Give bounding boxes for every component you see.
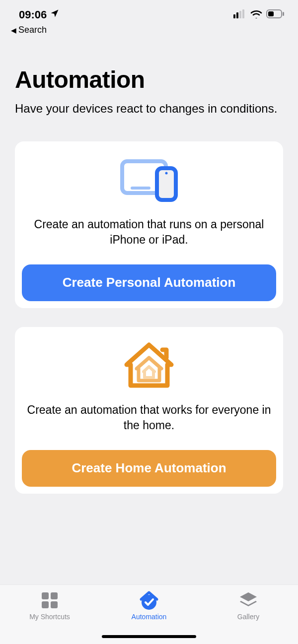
svg-rect-12 bbox=[51, 592, 58, 599]
personal-card-description: Create an automation that runs on a pers… bbox=[22, 217, 276, 248]
home-icon bbox=[122, 341, 176, 390]
status-left: 09:06 bbox=[19, 8, 60, 21]
status-bar: 09:06 bbox=[0, 0, 298, 24]
page-content: Automation Have your devices react to ch… bbox=[0, 35, 298, 494]
back-to-search-link[interactable]: ◀ Search bbox=[0, 24, 298, 35]
svg-rect-11 bbox=[42, 592, 49, 599]
svg-rect-14 bbox=[51, 601, 58, 608]
status-time: 09:06 bbox=[19, 8, 47, 21]
tab-my-shortcuts-label: My Shortcuts bbox=[29, 613, 70, 621]
svg-rect-5 bbox=[268, 11, 274, 16]
back-triangle-icon: ◀ bbox=[11, 26, 16, 34]
svg-rect-0 bbox=[233, 14, 235, 18]
tab-my-shortcuts[interactable]: My Shortcuts bbox=[0, 590, 99, 644]
page-subtitle: Have your devices react to changes in co… bbox=[15, 100, 283, 118]
create-personal-automation-button[interactable]: Create Personal Automation bbox=[22, 264, 276, 301]
wifi-icon bbox=[250, 8, 262, 21]
create-home-automation-button[interactable]: Create Home Automation bbox=[22, 450, 276, 487]
battery-icon bbox=[266, 8, 284, 21]
tab-gallery[interactable]: Gallery bbox=[199, 590, 298, 644]
back-label: Search bbox=[18, 25, 47, 35]
svg-rect-13 bbox=[42, 601, 49, 608]
personal-automation-card: Create an automation that runs on a pers… bbox=[15, 141, 283, 308]
svg-rect-1 bbox=[236, 12, 238, 18]
status-right bbox=[233, 8, 284, 21]
svg-rect-3 bbox=[242, 9, 244, 18]
svg-point-10 bbox=[165, 172, 168, 174]
tab-gallery-label: Gallery bbox=[237, 613, 259, 621]
tab-automation-label: Automation bbox=[132, 613, 167, 621]
devices-icon bbox=[119, 155, 179, 205]
home-automation-card: Create an automation that works for ever… bbox=[15, 327, 283, 494]
automation-check-icon bbox=[138, 590, 160, 611]
svg-rect-6 bbox=[283, 12, 284, 16]
svg-rect-2 bbox=[239, 11, 241, 18]
home-indicator[interactable] bbox=[102, 635, 196, 638]
layers-icon bbox=[238, 590, 259, 611]
home-card-description: Create an automation that works for ever… bbox=[22, 402, 276, 433]
location-arrow-icon bbox=[50, 8, 60, 21]
grid-icon bbox=[40, 590, 60, 611]
page-title: Automation bbox=[15, 66, 283, 93]
cellular-icon bbox=[233, 8, 246, 21]
